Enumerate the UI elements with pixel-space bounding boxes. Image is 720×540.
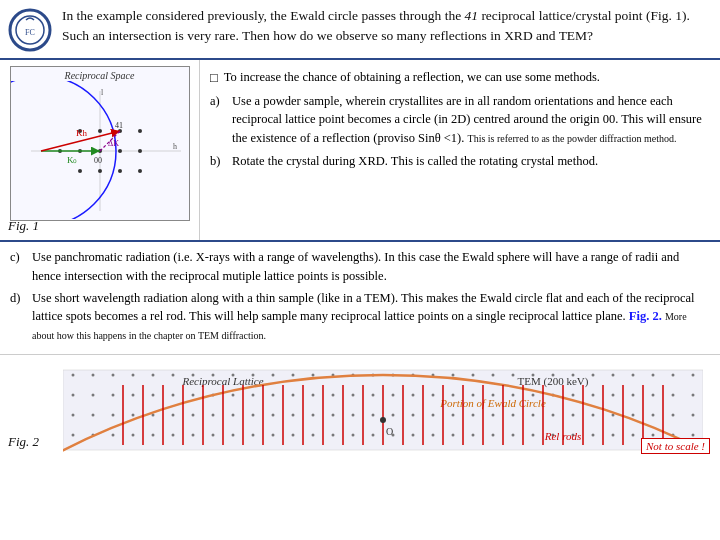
fig1-label: Fig. 1 — [8, 218, 39, 234]
svg-text:O: O — [386, 426, 393, 437]
bullet-a-symbol: a) — [210, 92, 226, 111]
svg-point-14 — [138, 149, 142, 153]
bullet-q-symbol: □ — [210, 68, 218, 88]
lower-text: c) Use panchromatic radiation (i.e. X-ra… — [0, 242, 720, 355]
svg-text:Rel rods: Rel rods — [544, 430, 582, 442]
reciprocal-space-box: Reciprocal Space — [10, 66, 190, 221]
fig2-label: Fig. 2 — [8, 434, 39, 450]
bullet-a-item: a) Use a powder sample, wherein crystall… — [210, 92, 710, 148]
lower-c-symbol: c) — [10, 248, 26, 267]
not-to-scale-label: Not to scale ! — [641, 438, 710, 454]
header-text: In the example considered previously, th… — [62, 6, 712, 47]
lower-item-d: d) Use short wavelength radiation along … — [10, 289, 710, 345]
fig2-svg: Reciprocal Lattice TEM (200 keV) Portion… — [63, 365, 703, 455]
bottom-diagram: Reciprocal Lattice TEM (200 keV) Portion… — [63, 365, 720, 460]
bullet-b-item: b) Rotate the crystal during XRD. This i… — [210, 152, 710, 171]
svg-text:l: l — [101, 88, 104, 97]
svg-text:41: 41 — [115, 121, 123, 130]
svg-point-16 — [138, 129, 142, 133]
lower-d-text: Use short wavelength radiation along wit… — [32, 289, 710, 345]
svg-point-13 — [118, 169, 122, 173]
lower-item-c: c) Use panchromatic radiation (i.e. X-ra… — [10, 248, 710, 286]
ewald-diagram-svg: K₀ Kh ΔK 00 41 h l — [11, 81, 189, 219]
text-area: □ To increase the chance of obtaining a … — [200, 60, 720, 240]
svg-point-17 — [138, 169, 142, 173]
bullet-q-item: □ To increase the chance of obtaining a … — [210, 68, 710, 88]
svg-text:K₀: K₀ — [67, 155, 78, 165]
reciprocal-space-label: Reciprocal Space — [11, 67, 189, 81]
bullet-b-text: Rotate the crystal during XRD. This is c… — [232, 152, 598, 171]
lower-d-symbol: d) — [10, 289, 26, 308]
svg-text:ΔK: ΔK — [108, 139, 119, 148]
fig2-ref-link: Fig. 2. — [629, 309, 662, 323]
bullet-q-text: To increase the chance of obtaining a re… — [224, 68, 600, 88]
svg-point-12 — [78, 169, 82, 173]
svg-text:TEM (200 keV): TEM (200 keV) — [518, 375, 589, 388]
svg-text:h: h — [173, 142, 177, 151]
main-content: Reciprocal Space — [0, 60, 720, 242]
svg-point-9 — [118, 149, 122, 153]
svg-text:Kh: Kh — [76, 128, 87, 138]
bullet-a-small-note: This is referred to as the powder diffra… — [468, 133, 677, 144]
fig1-area: Reciprocal Space — [0, 60, 200, 240]
bullet-a-text: Use a powder sample, wherein crystallite… — [232, 92, 710, 148]
lower-c-text: Use panchromatic radiation (i.e. X-rays … — [32, 248, 710, 286]
funda-check-logo: FC — [8, 8, 52, 52]
svg-point-65 — [380, 417, 386, 423]
svg-point-7 — [98, 169, 102, 173]
svg-text:Portion of Ewald Circle: Portion of Ewald Circle — [439, 397, 546, 409]
header-italic-val: 41 — [465, 8, 482, 23]
header-row: FC In the example considered previously,… — [0, 0, 720, 60]
svg-text:FC: FC — [25, 28, 35, 37]
bottom-fig-area: Fig. 2 Reciprocal Lattice TEM (200 keV) — [0, 355, 720, 460]
svg-text:00: 00 — [94, 156, 102, 165]
header-paragraph: In the example considered previously, th… — [62, 8, 461, 23]
svg-point-6 — [98, 129, 102, 133]
bullet-b-symbol: b) — [210, 152, 226, 171]
